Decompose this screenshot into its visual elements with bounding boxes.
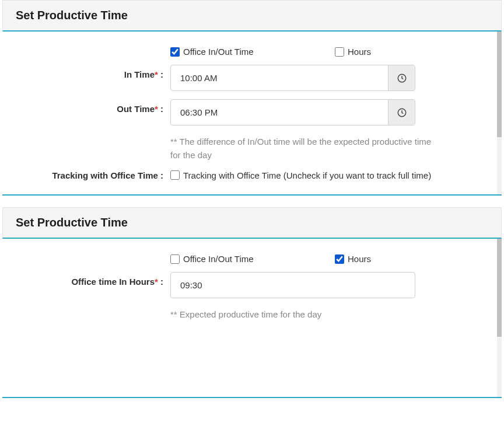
in-time-input-group bbox=[170, 65, 415, 91]
scrollbar-track[interactable] bbox=[497, 239, 502, 397]
office-inout-checkbox-group[interactable]: Office In/Out Time bbox=[170, 47, 335, 57]
out-time-clock-button[interactable] bbox=[388, 100, 415, 125]
hint-row: ** The difference of In/Out time will be… bbox=[13, 134, 487, 162]
out-time-row: Out Time* : bbox=[13, 99, 487, 125]
office-hours-label: Office time In Hours* : bbox=[13, 272, 170, 287]
time-mode-row: Office In/Out Time Hours bbox=[13, 47, 487, 57]
scrollbar-track[interactable] bbox=[497, 32, 502, 194]
productive-time-panel-1: Set Productive Time Office In/Out Time H… bbox=[2, 0, 502, 196]
office-hours-row: Office time In Hours* : bbox=[13, 272, 487, 298]
scrollbar-thumb[interactable] bbox=[497, 32, 502, 137]
hours-hint: ** Expected productive time for the day bbox=[170, 306, 415, 321]
office-inout-checkbox-group[interactable]: Office In/Out Time bbox=[170, 254, 335, 264]
scrollbar-thumb[interactable] bbox=[497, 239, 502, 337]
productive-time-panel-2: Set Productive Time Office In/Out Time H… bbox=[2, 207, 502, 398]
panel-title: Set Productive Time bbox=[16, 9, 488, 22]
panel-body: Office In/Out Time Hours Office time In … bbox=[2, 239, 502, 398]
tracking-label: Tracking with Office Time : bbox=[13, 170, 170, 180]
hours-checkbox-group[interactable]: Hours bbox=[335, 254, 371, 264]
out-time-input[interactable] bbox=[171, 100, 388, 125]
office-inout-label: Office In/Out Time bbox=[183, 47, 254, 57]
tracking-checkbox-group[interactable]: Tracking with Office Time (Uncheck if yo… bbox=[170, 170, 431, 180]
hours-checkbox[interactable] bbox=[335, 47, 344, 57]
office-hours-input-group bbox=[170, 272, 415, 298]
hours-label: Hours bbox=[348, 254, 371, 264]
out-time-input-group bbox=[170, 99, 415, 125]
in-time-row: In Time* : bbox=[13, 65, 487, 91]
in-time-input[interactable] bbox=[171, 65, 388, 90]
clock-icon bbox=[397, 107, 407, 118]
office-inout-label: Office In/Out Time bbox=[183, 254, 254, 264]
hours-label: Hours bbox=[348, 47, 371, 57]
tracking-checkbox-label: Tracking with Office Time (Uncheck if yo… bbox=[183, 170, 431, 180]
panel-header: Set Productive Time bbox=[2, 207, 502, 239]
panel-title: Set Productive Time bbox=[16, 216, 488, 229]
tracking-checkbox[interactable] bbox=[170, 170, 180, 180]
hours-checkbox-group[interactable]: Hours bbox=[335, 47, 371, 57]
hint-row: ** Expected productive time for the day bbox=[13, 306, 487, 321]
clock-icon bbox=[397, 73, 407, 83]
office-inout-checkbox[interactable] bbox=[170, 254, 180, 264]
office-inout-checkbox[interactable] bbox=[170, 47, 180, 57]
in-out-hint: ** The difference of In/Out time will be… bbox=[170, 134, 439, 162]
panel-body: Office In/Out Time Hours In Time* : bbox=[2, 32, 502, 196]
hours-checkbox[interactable] bbox=[335, 254, 344, 264]
tracking-row: Tracking with Office Time : Tracking wit… bbox=[13, 170, 487, 182]
in-time-label: In Time* : bbox=[13, 65, 170, 79]
time-mode-row: Office In/Out Time Hours bbox=[13, 254, 487, 264]
out-time-label: Out Time* : bbox=[13, 99, 170, 114]
office-hours-input[interactable] bbox=[171, 273, 415, 298]
in-time-clock-button[interactable] bbox=[388, 65, 415, 90]
panel-header: Set Productive Time bbox=[2, 0, 502, 32]
